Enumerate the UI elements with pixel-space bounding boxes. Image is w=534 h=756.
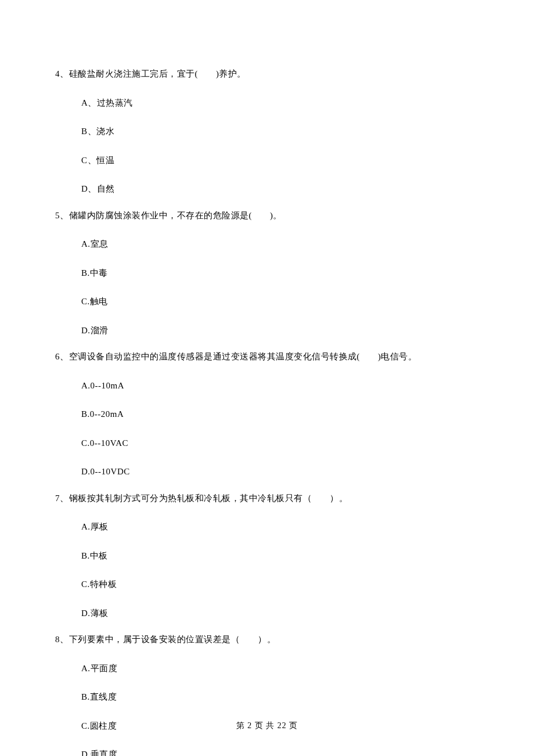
option: A.厚板 bbox=[81, 520, 482, 535]
option: A.室息 bbox=[81, 237, 482, 252]
question-block: 8、下列要素中，属于设备安装的位置误差是（ ）。 A.平面度 B.直线度 C.圆… bbox=[55, 632, 482, 756]
option: D.薄板 bbox=[81, 606, 482, 621]
question-stem: 8、下列要素中，属于设备安装的位置误差是（ ）。 bbox=[55, 632, 482, 647]
option: B、浇水 bbox=[81, 124, 482, 139]
option-group: A.平面度 B.直线度 C.圆柱度 D.垂直度 bbox=[55, 661, 482, 757]
option: A.平面度 bbox=[81, 661, 482, 676]
option-group: A.室息 B.中毒 C.触电 D.溜滑 bbox=[55, 237, 482, 338]
page-content: 4、硅酸盐耐火浇注施工完后，宜于( )养护。 A、过热蒸汽 B、浇水 C、恒温 … bbox=[0, 0, 534, 756]
option: D.垂直度 bbox=[81, 747, 482, 756]
option: C.0--10VAC bbox=[81, 436, 482, 451]
option: C.触电 bbox=[81, 294, 482, 309]
option: D.0--10VDC bbox=[81, 465, 482, 480]
option: C、恒温 bbox=[81, 153, 482, 168]
question-stem: 4、硅酸盐耐火浇注施工完后，宜于( )养护。 bbox=[55, 67, 482, 82]
option: D、自然 bbox=[81, 182, 482, 197]
option-group: A、过热蒸汽 B、浇水 C、恒温 D、自然 bbox=[55, 96, 482, 197]
option: A.0--10mA bbox=[81, 379, 482, 394]
option: B.0--20mA bbox=[81, 407, 482, 422]
question-block: 5、储罐内防腐蚀涂装作业中，不存在的危险源是( )。 A.室息 B.中毒 C.触… bbox=[55, 208, 482, 339]
question-stem: 7、钢板按其轧制方式可分为热轧板和冷轧板，其中冷轧板只有（ ）。 bbox=[55, 491, 482, 506]
option: B.中板 bbox=[81, 549, 482, 564]
question-stem: 5、储罐内防腐蚀涂装作业中，不存在的危险源是( )。 bbox=[55, 208, 482, 224]
option: C.特种板 bbox=[81, 577, 482, 592]
option-group: A.厚板 B.中板 C.特种板 D.薄板 bbox=[55, 520, 482, 621]
option: A、过热蒸汽 bbox=[81, 96, 482, 111]
question-block: 7、钢板按其轧制方式可分为热轧板和冷轧板，其中冷轧板只有（ ）。 A.厚板 B.… bbox=[55, 491, 482, 621]
option: D.溜滑 bbox=[81, 323, 482, 339]
option: B.中毒 bbox=[81, 266, 482, 281]
option-group: A.0--10mA B.0--20mA C.0--10VAC D.0--10VD… bbox=[55, 379, 482, 480]
option: B.直线度 bbox=[81, 690, 482, 705]
page-footer: 第 2 页 共 22 页 bbox=[0, 721, 534, 731]
question-block: 6、空调设备自动监控中的温度传感器是通过变送器将其温度变化信号转换成( )电信号… bbox=[55, 350, 482, 480]
question-block: 4、硅酸盐耐火浇注施工完后，宜于( )养护。 A、过热蒸汽 B、浇水 C、恒温 … bbox=[55, 67, 482, 197]
question-stem: 6、空调设备自动监控中的温度传感器是通过变送器将其温度变化信号转换成( )电信号… bbox=[55, 350, 482, 365]
